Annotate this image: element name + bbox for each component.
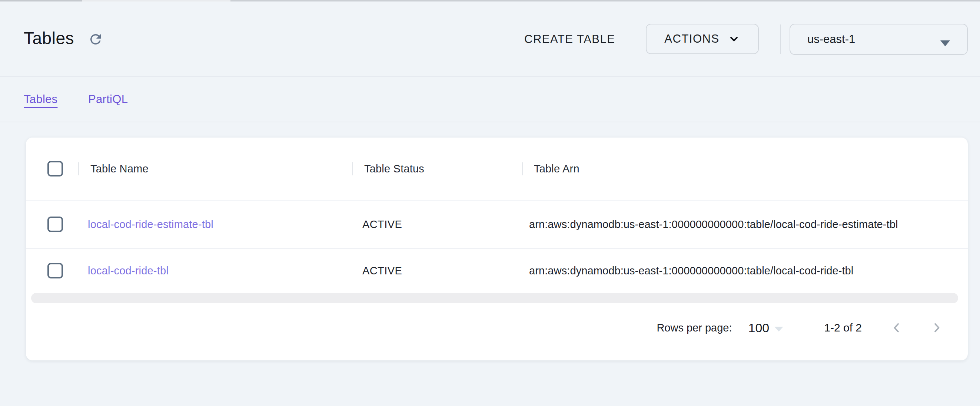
- pagination-range: 1-2 of 2: [824, 321, 862, 334]
- create-table-button[interactable]: CREATE TABLE: [520, 26, 619, 53]
- rows-per-page-label: Rows per page:: [657, 322, 732, 334]
- select-all-checkbox[interactable]: [48, 161, 63, 176]
- table-name-link[interactable]: local-cod-ride-estimate-tbl: [88, 218, 213, 231]
- column-header-table-arn: Table Arn: [534, 163, 579, 175]
- tables-page: Tables CREATE TABLE ACTIONS us-east-1: [0, 0, 980, 406]
- dropdown-arrow-icon: [939, 37, 951, 50]
- table-name-link[interactable]: local-cod-ride-tbl: [88, 265, 169, 277]
- pagination-bar: Rows per page: 100 1-2 of 2: [26, 314, 968, 342]
- next-page-button[interactable]: [929, 320, 945, 336]
- table-row: local-cod-ride-tbl ACTIVE arn:aws:dynamo…: [26, 249, 968, 293]
- previous-page-button[interactable]: [888, 320, 905, 336]
- caret-down-icon: [774, 327, 783, 331]
- actions-button[interactable]: ACTIONS: [646, 24, 759, 54]
- refresh-button[interactable]: [86, 30, 105, 49]
- table-header-row: Table Name Table Status Table Arn: [26, 137, 968, 200]
- table-arn-value: arn:aws:dynamodb:us-east-1:000000000000:…: [529, 265, 853, 277]
- refresh-icon: [88, 32, 103, 47]
- rows-per-page-select[interactable]: 100: [748, 321, 784, 335]
- tab-partiql[interactable]: PartiQL: [88, 77, 128, 121]
- column-separator: [352, 162, 353, 175]
- chevron-left-icon: [889, 321, 904, 335]
- horizontal-scrollbar[interactable]: [31, 293, 958, 303]
- page-title: Tables: [24, 28, 74, 48]
- region-select-value: us-east-1: [807, 33, 855, 46]
- table-status-value: ACTIVE: [362, 218, 402, 231]
- page-header: Tables CREATE TABLE ACTIONS us-east-1: [0, 2, 980, 77]
- chevron-right-icon: [930, 321, 944, 335]
- tables-card: Table Name Table Status Table Arn local-…: [26, 137, 968, 360]
- tab-tables[interactable]: Tables: [24, 77, 57, 121]
- region-select[interactable]: us-east-1: [789, 24, 968, 55]
- row-checkbox[interactable]: [48, 263, 63, 278]
- table-status-value: ACTIVE: [362, 265, 402, 277]
- row-checkbox[interactable]: [48, 217, 63, 232]
- column-separator: [522, 162, 523, 175]
- chevron-down-icon: [728, 33, 740, 45]
- table-row: local-cod-ride-estimate-tbl ACTIVE arn:a…: [26, 201, 968, 248]
- table-arn-value: arn:aws:dynamodb:us-east-1:000000000000:…: [529, 218, 898, 231]
- column-header-table-name: Table Name: [91, 163, 149, 175]
- rows-per-page-value: 100: [748, 321, 770, 335]
- column-header-table-status: Table Status: [364, 163, 424, 175]
- tab-bar: Tables PartiQL: [0, 77, 980, 122]
- actions-button-label: ACTIONS: [664, 32, 719, 46]
- header-divider: [780, 24, 781, 54]
- column-separator: [78, 162, 79, 175]
